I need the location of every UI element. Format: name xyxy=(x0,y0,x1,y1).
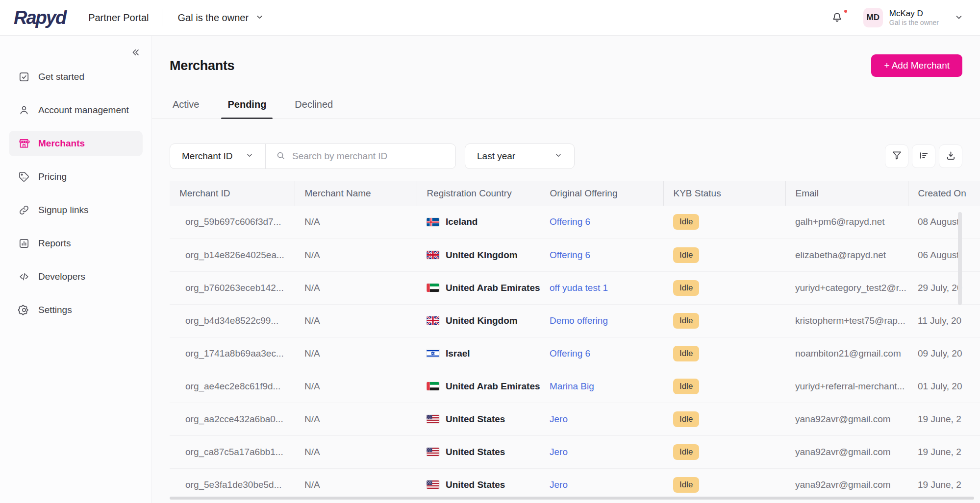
flag-gb-icon xyxy=(427,251,439,259)
table-row[interactable]: org_ca87c5a17a6bb1...N/AUnited StatesJer… xyxy=(170,435,980,468)
offering-link[interactable]: Jero xyxy=(550,447,568,457)
offering-link[interactable]: Marina Big xyxy=(550,381,594,391)
kyb-status-cell: Idle xyxy=(663,435,785,468)
country-name: United States xyxy=(446,414,505,425)
tab-pending[interactable]: Pending xyxy=(225,98,269,119)
tab-declined[interactable]: Declined xyxy=(292,98,336,119)
column-header-kyb-status: KYB Status xyxy=(663,181,785,206)
merchants-table-wrap: Merchant IDMerchant NameRegistration Cou… xyxy=(152,181,980,501)
original-offering-cell: Jero xyxy=(540,403,663,435)
settings-icon xyxy=(18,304,30,316)
sidebar-item-merchants[interactable]: Merchants xyxy=(9,131,143,156)
kyb-status-cell: Idle xyxy=(663,403,785,435)
sidebar-item-label: Pricing xyxy=(38,171,67,182)
flag-is-icon xyxy=(427,218,439,226)
shell: Get startedAccount managementMerchantsPr… xyxy=(0,36,980,503)
download-button[interactable] xyxy=(939,144,962,168)
registration-country-cell: Iceland xyxy=(417,206,540,239)
vertical-scrollbar[interactable] xyxy=(958,212,962,305)
created-on-cell: 19 June, 2 xyxy=(908,468,980,501)
table-header-row: Merchant IDMerchant NameRegistration Cou… xyxy=(170,181,980,206)
tab-active[interactable]: Active xyxy=(170,98,202,119)
created-on-cell: 09 July, 20 xyxy=(908,337,980,370)
kyb-status-cell: Idle xyxy=(663,271,785,304)
sidebar-item-account-management[interactable]: Account management xyxy=(9,97,143,123)
page-title: Merchants xyxy=(170,58,234,73)
flag-il-icon xyxy=(427,349,439,358)
original-offering-cell: Offering 6 xyxy=(540,337,663,370)
account-icon xyxy=(18,104,30,116)
offering-link[interactable]: off yuda test 1 xyxy=(550,283,608,293)
horizontal-scrollbar[interactable] xyxy=(170,497,974,500)
search-field-selector[interactable]: Merchant ID xyxy=(170,144,266,168)
country-name: United States xyxy=(446,479,505,490)
sidebar-item-settings[interactable]: Settings xyxy=(9,297,143,323)
add-merchant-button[interactable]: + Add Merchant xyxy=(871,54,962,77)
account-selector[interactable]: Gal is the owner xyxy=(175,12,267,24)
table-row[interactable]: org_ae4ec2e8c61f9d...N/AUnited Arab Emir… xyxy=(170,370,980,403)
original-offering-cell: Demo offering xyxy=(540,304,663,337)
portal-label: Partner Portal xyxy=(88,12,149,24)
date-range-selector[interactable]: Last year xyxy=(465,144,575,169)
offering-link[interactable]: Offering 6 xyxy=(550,216,590,227)
sidebar-item-get-started[interactable]: Get started xyxy=(9,64,143,90)
sidebar-item-pricing[interactable]: Pricing xyxy=(9,164,143,190)
merchant-name-cell: N/A xyxy=(295,304,417,337)
table-body: org_59b697c606f3d7...N/AIcelandOffering … xyxy=(170,206,980,501)
offering-link[interactable]: Jero xyxy=(550,479,568,490)
sidebar-item-developers[interactable]: Developers xyxy=(9,264,143,289)
sort-button[interactable] xyxy=(912,144,935,168)
registration-country-cell: Israel xyxy=(417,337,540,370)
offering-link[interactable]: Offering 6 xyxy=(550,250,590,260)
created-on-cell: 06 August xyxy=(908,239,980,271)
sidebar-item-reports[interactable]: Reports xyxy=(9,231,143,256)
email-cell: yana92avr@gmail.com xyxy=(785,403,908,435)
merchant-id-cell: org_ca87c5a17a6bb1... xyxy=(170,435,295,468)
email-cell: yuriyd+referral-merchant... xyxy=(785,370,908,403)
chevron-down-icon xyxy=(246,151,253,162)
search-input[interactable] xyxy=(291,150,455,162)
table-row[interactable]: org_5e3fa1de30be5d...N/AUnited StatesJer… xyxy=(170,468,980,501)
status-badge: Idle xyxy=(673,313,699,329)
created-on-cell: 29 July, 20 xyxy=(908,271,980,304)
table-row[interactable]: org_1741a8b69aa3ec...N/AIsraelOffering 6… xyxy=(170,337,980,370)
offering-link[interactable]: Offering 6 xyxy=(550,348,590,359)
column-header-registration-country: Registration Country xyxy=(417,181,540,206)
email-cell: elizabetha@rapyd.net xyxy=(785,239,908,271)
column-header-original-offering: Original Offering xyxy=(540,181,663,206)
flag-us-icon xyxy=(427,480,439,489)
country-name: United Kingdom xyxy=(446,315,518,326)
table-row[interactable]: org_b760263eceb142...N/AUnited Arab Emir… xyxy=(170,271,980,304)
sidebar-item-label: Reports xyxy=(38,238,71,249)
sidebar-item-label: Signup links xyxy=(38,205,88,216)
registration-country-cell: United States xyxy=(417,435,540,468)
merchant-name-cell: N/A xyxy=(295,271,417,304)
country-name: United Arab Emirates xyxy=(446,381,540,392)
merchant-name-cell: N/A xyxy=(295,435,417,468)
merchant-id-cell: org_ae4ec2e8c61f9d... xyxy=(170,370,295,403)
user-menu-button[interactable] xyxy=(952,12,966,24)
page-head: Merchants + Add Merchant xyxy=(152,36,980,77)
merchant-name-cell: N/A xyxy=(295,239,417,271)
sidebar-item-signup-links[interactable]: Signup links xyxy=(9,197,143,223)
sort-icon xyxy=(918,150,930,163)
notifications-button[interactable] xyxy=(828,10,847,25)
created-on-cell: 01 July, 20 xyxy=(908,370,980,403)
notification-dot xyxy=(843,9,848,14)
email-cell: yuriyd+category_test2@r... xyxy=(785,271,908,304)
kyb-status-cell: Idle xyxy=(663,468,785,501)
offering-link[interactable]: Jero xyxy=(550,414,568,424)
table-row[interactable]: org_59b697c606f3d7...N/AIcelandOffering … xyxy=(170,206,980,239)
search-field-value: Merchant ID xyxy=(182,151,232,162)
filter-button[interactable] xyxy=(885,144,908,168)
topbar: Rapyd Partner Portal Gal is the owner MD… xyxy=(0,0,980,36)
chevron-down-icon xyxy=(955,16,963,23)
flag-us-icon xyxy=(427,415,439,423)
offering-link[interactable]: Demo offering xyxy=(550,315,608,326)
sidebar-collapse-button[interactable] xyxy=(127,47,144,60)
table-row[interactable]: org_b14e826e4025ea...N/AUnited KingdomOf… xyxy=(170,239,980,271)
avatar[interactable]: MD xyxy=(863,8,883,27)
merchant-name-cell: N/A xyxy=(295,206,417,239)
table-row[interactable]: org_aa2cce432a6ba0...N/AUnited StatesJer… xyxy=(170,403,980,435)
table-row[interactable]: org_b4d34e8522c99...N/AUnited KingdomDem… xyxy=(170,304,980,337)
